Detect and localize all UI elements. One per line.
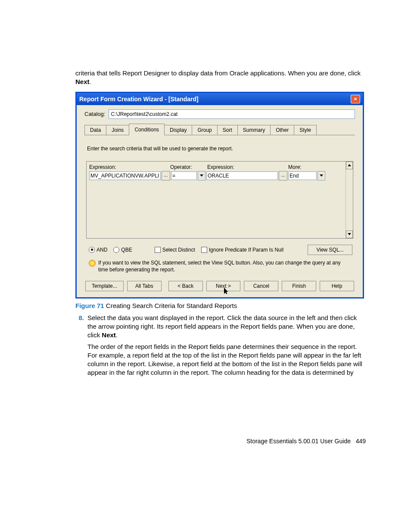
select-distinct-checkbox[interactable]: Select Distinct (155, 247, 195, 253)
next-button[interactable]: Next > (206, 281, 241, 291)
template-button[interactable]: Template... (85, 281, 124, 291)
distinct-label: Select Distinct (162, 247, 195, 253)
expression1-input[interactable] (89, 171, 161, 180)
ignore-predicate-checkbox[interactable]: Ignore Predicate If Param Is Null (201, 247, 283, 253)
expression1-browse-button[interactable]: ... (162, 171, 170, 180)
close-icon[interactable]: × (351, 95, 360, 103)
operator-dropdown-icon[interactable] (198, 171, 206, 180)
intro-paragraph: criteria that tells Report Designer to d… (75, 69, 366, 87)
tab-sort[interactable]: Sort (217, 125, 238, 135)
scroll-up-icon[interactable] (346, 162, 353, 169)
wizard-window: Report Form Creation Wizard - [Standard]… (75, 92, 364, 299)
grid-scrollbar[interactable] (346, 162, 353, 238)
finish-button[interactable]: Finish (282, 281, 316, 291)
cancel-button[interactable]: Cancel (244, 281, 278, 291)
all-tabs-button[interactable]: All Tabs (127, 281, 162, 291)
step-8: 8. Select the data you want displayed in… (75, 314, 366, 340)
help-button[interactable]: Help (320, 281, 354, 291)
expression2-browse-button[interactable]: ... (279, 171, 287, 180)
catalog-input[interactable] (109, 109, 355, 119)
step-number: 8. (75, 314, 84, 340)
tab-conditions[interactable]: Conditions (129, 124, 165, 135)
tab-group[interactable]: Group (192, 125, 217, 135)
intro-text: criteria that tells Report Designer to d… (75, 69, 361, 77)
figure-text: Creating Search Criteria for Standard Re… (104, 302, 237, 309)
page-footer: Storage Essentials 5.00.01 User Guide 44… (75, 438, 366, 445)
instruction-text: Enter the search criteria that will be u… (87, 146, 355, 152)
radio-icon (113, 247, 119, 253)
tab-other[interactable]: Other (270, 125, 294, 135)
qbe-radio[interactable]: QBE (113, 247, 132, 253)
radio-icon (89, 247, 95, 253)
step8-paragraph: The order of the report fields in the Re… (87, 342, 366, 377)
more-select[interactable] (288, 171, 317, 180)
qbe-label: QBE (121, 247, 132, 253)
tab-summary[interactable]: Summary (237, 125, 271, 135)
tab-joins[interactable]: Joins (106, 125, 129, 135)
step8-tail: . (116, 331, 118, 339)
and-label: AND (97, 247, 107, 253)
step8-bold: Next (102, 331, 116, 339)
back-button[interactable]: < Back (168, 281, 203, 291)
figure-label: Figure 71 (75, 302, 104, 309)
window-title: Report Form Creation Wizard - [Standard] (79, 96, 199, 103)
footer-text: Storage Essentials 5.00.01 User Guide (246, 438, 351, 445)
lightbulb-icon (89, 260, 96, 267)
view-sql-button[interactable]: View SQL... (308, 245, 352, 255)
col-header-expression2: Expression: (207, 164, 288, 170)
step8-text-a: Select the data you want displayed in th… (87, 314, 357, 339)
tabstrip: Data Joins Conditions Display Group Sort… (84, 123, 355, 135)
intro-bold: Next (75, 78, 90, 85)
tab-style[interactable]: Style (294, 125, 317, 135)
catalog-label: Catalog: (84, 111, 105, 117)
criteria-grid: Expression: Operator: Expression: More: … (86, 161, 353, 239)
intro-tail: . (90, 78, 91, 85)
checkbox-icon (201, 247, 207, 253)
titlebar: Report Form Creation Wizard - [Standard]… (77, 93, 363, 105)
expression2-input[interactable] (206, 171, 278, 180)
ignore-label: Ignore Predicate If Param Is Null (209, 247, 283, 253)
page-number: 449 (356, 438, 366, 445)
checkbox-icon (155, 247, 161, 253)
figure-caption: Figure 71 Creating Search Criteria for S… (75, 302, 366, 309)
col-header-expression1: Expression: (89, 164, 170, 170)
and-radio[interactable]: AND (89, 247, 107, 253)
tab-data[interactable]: Data (84, 125, 106, 135)
col-header-more: More: (288, 164, 328, 170)
more-dropdown-icon[interactable] (318, 171, 325, 180)
col-header-operator: Operator: (170, 164, 207, 170)
hint-text: If you want to view the SQL statement, s… (98, 259, 351, 273)
operator-select[interactable] (171, 171, 197, 180)
scroll-down-icon[interactable] (346, 230, 353, 238)
tab-display[interactable]: Display (164, 125, 192, 135)
